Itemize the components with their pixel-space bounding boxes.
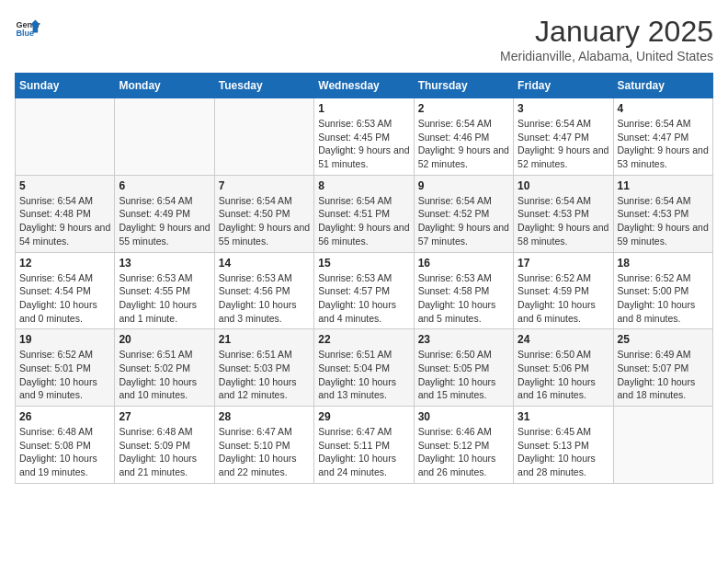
header: General Blue January 2025 Meridianville,… (15, 15, 713, 63)
day-info: Sunrise: 6:53 AM Sunset: 4:57 PM Dayligh… (318, 271, 409, 326)
day-cell: 5Sunrise: 6:54 AM Sunset: 4:48 PM Daylig… (16, 175, 115, 252)
day-cell: 10Sunrise: 6:54 AM Sunset: 4:53 PM Dayli… (514, 175, 613, 252)
week-row-1: 1Sunrise: 6:53 AM Sunset: 4:45 PM Daylig… (16, 98, 713, 176)
day-cell: 6Sunrise: 6:54 AM Sunset: 4:49 PM Daylig… (115, 175, 214, 252)
day-info: Sunrise: 6:51 AM Sunset: 5:03 PM Dayligh… (219, 348, 310, 402)
day-cell: 11Sunrise: 6:54 AM Sunset: 4:53 PM Dayli… (613, 175, 712, 252)
day-info: Sunrise: 6:51 AM Sunset: 5:02 PM Dayligh… (119, 348, 210, 402)
week-row-3: 12Sunrise: 6:54 AM Sunset: 4:54 PM Dayli… (16, 252, 713, 329)
weekday-header-saturday: Saturday (613, 74, 712, 98)
title-section: January 2025 Meridianville, Alabama, Uni… (500, 15, 713, 63)
day-info: Sunrise: 6:54 AM Sunset: 4:53 PM Dayligh… (618, 194, 709, 248)
day-info: Sunrise: 6:54 AM Sunset: 4:54 PM Dayligh… (19, 271, 110, 326)
day-info: Sunrise: 6:48 AM Sunset: 5:08 PM Dayligh… (19, 425, 110, 479)
weekday-header-tuesday: Tuesday (214, 74, 313, 98)
day-info: Sunrise: 6:54 AM Sunset: 4:49 PM Dayligh… (119, 194, 210, 248)
day-number: 31 (518, 410, 609, 423)
day-cell (115, 98, 214, 176)
day-number: 4 (618, 102, 709, 115)
day-number: 27 (119, 410, 210, 423)
day-cell: 26Sunrise: 6:48 AM Sunset: 5:08 PM Dayli… (16, 407, 115, 484)
week-row-4: 19Sunrise: 6:52 AM Sunset: 5:01 PM Dayli… (16, 329, 713, 407)
day-info: Sunrise: 6:54 AM Sunset: 4:48 PM Dayligh… (19, 194, 110, 248)
day-cell: 17Sunrise: 6:52 AM Sunset: 4:59 PM Dayli… (514, 252, 613, 329)
day-number: 18 (618, 257, 709, 270)
day-info: Sunrise: 6:47 AM Sunset: 5:10 PM Dayligh… (219, 425, 310, 479)
day-number: 12 (19, 257, 110, 270)
day-number: 13 (119, 257, 210, 270)
week-row-2: 5Sunrise: 6:54 AM Sunset: 4:48 PM Daylig… (16, 175, 713, 252)
day-cell: 27Sunrise: 6:48 AM Sunset: 5:09 PM Dayli… (115, 407, 214, 484)
day-number: 24 (518, 333, 609, 346)
day-info: Sunrise: 6:54 AM Sunset: 4:52 PM Dayligh… (418, 194, 509, 248)
day-number: 19 (19, 333, 110, 346)
day-number: 28 (219, 410, 310, 423)
week-row-5: 26Sunrise: 6:48 AM Sunset: 5:08 PM Dayli… (16, 407, 713, 484)
svg-text:Blue: Blue (16, 29, 34, 38)
day-cell (16, 98, 115, 176)
day-cell: 8Sunrise: 6:54 AM Sunset: 4:51 PM Daylig… (314, 175, 414, 252)
day-cell: 23Sunrise: 6:50 AM Sunset: 5:05 PM Dayli… (414, 329, 513, 407)
day-number: 21 (219, 333, 310, 346)
day-number: 7 (219, 179, 310, 192)
calendar-title: January 2025 (500, 15, 713, 49)
day-number: 5 (19, 179, 110, 192)
day-cell: 20Sunrise: 6:51 AM Sunset: 5:02 PM Dayli… (115, 329, 214, 407)
day-info: Sunrise: 6:52 AM Sunset: 4:59 PM Dayligh… (518, 271, 609, 326)
day-info: Sunrise: 6:54 AM Sunset: 4:53 PM Dayligh… (518, 194, 609, 248)
calendar-table: SundayMondayTuesdayWednesdayThursdayFrid… (15, 73, 713, 484)
day-info: Sunrise: 6:50 AM Sunset: 5:06 PM Dayligh… (518, 348, 609, 402)
day-number: 22 (318, 333, 409, 346)
day-info: Sunrise: 6:54 AM Sunset: 4:51 PM Dayligh… (318, 194, 409, 248)
day-number: 30 (418, 410, 509, 423)
day-cell: 21Sunrise: 6:51 AM Sunset: 5:03 PM Dayli… (214, 329, 313, 407)
day-info: Sunrise: 6:45 AM Sunset: 5:13 PM Dayligh… (518, 425, 609, 479)
day-number: 10 (518, 179, 609, 192)
day-info: Sunrise: 6:50 AM Sunset: 5:05 PM Dayligh… (418, 348, 509, 402)
day-info: Sunrise: 6:54 AM Sunset: 4:47 PM Dayligh… (618, 117, 709, 171)
day-cell: 19Sunrise: 6:52 AM Sunset: 5:01 PM Dayli… (16, 329, 115, 407)
day-number: 1 (318, 102, 409, 115)
day-cell: 29Sunrise: 6:47 AM Sunset: 5:11 PM Dayli… (314, 407, 414, 484)
logo-icon: General Blue (15, 15, 40, 40)
day-info: Sunrise: 6:53 AM Sunset: 4:58 PM Dayligh… (418, 271, 509, 326)
day-info: Sunrise: 6:46 AM Sunset: 5:12 PM Dayligh… (418, 425, 509, 479)
day-cell (613, 407, 712, 484)
day-number: 17 (518, 257, 609, 270)
day-number: 14 (219, 257, 310, 270)
day-number: 29 (318, 410, 409, 423)
day-info: Sunrise: 6:54 AM Sunset: 4:46 PM Dayligh… (418, 117, 509, 171)
day-number: 9 (418, 179, 509, 192)
day-info: Sunrise: 6:53 AM Sunset: 4:45 PM Dayligh… (318, 117, 409, 171)
logo: General Blue (15, 15, 40, 40)
day-info: Sunrise: 6:54 AM Sunset: 4:50 PM Dayligh… (219, 194, 310, 248)
day-cell: 9Sunrise: 6:54 AM Sunset: 4:52 PM Daylig… (414, 175, 513, 252)
day-number: 2 (418, 102, 509, 115)
day-cell: 15Sunrise: 6:53 AM Sunset: 4:57 PM Dayli… (314, 252, 414, 329)
day-cell: 28Sunrise: 6:47 AM Sunset: 5:10 PM Dayli… (214, 407, 313, 484)
day-cell: 12Sunrise: 6:54 AM Sunset: 4:54 PM Dayli… (16, 252, 115, 329)
day-number: 11 (618, 179, 709, 192)
day-cell: 2Sunrise: 6:54 AM Sunset: 4:46 PM Daylig… (414, 98, 513, 176)
day-info: Sunrise: 6:49 AM Sunset: 5:07 PM Dayligh… (618, 348, 709, 402)
day-cell: 3Sunrise: 6:54 AM Sunset: 4:47 PM Daylig… (514, 98, 613, 176)
calendar-subtitle: Meridianville, Alabama, United States (500, 49, 713, 63)
day-cell: 18Sunrise: 6:52 AM Sunset: 5:00 PM Dayli… (613, 252, 712, 329)
day-cell: 16Sunrise: 6:53 AM Sunset: 4:58 PM Dayli… (414, 252, 513, 329)
day-cell: 24Sunrise: 6:50 AM Sunset: 5:06 PM Dayli… (514, 329, 613, 407)
day-number: 25 (618, 333, 709, 346)
day-info: Sunrise: 6:52 AM Sunset: 5:00 PM Dayligh… (618, 271, 709, 326)
day-cell: 30Sunrise: 6:46 AM Sunset: 5:12 PM Dayli… (414, 407, 513, 484)
day-number: 3 (518, 102, 609, 115)
day-info: Sunrise: 6:54 AM Sunset: 4:47 PM Dayligh… (518, 117, 609, 171)
day-info: Sunrise: 6:48 AM Sunset: 5:09 PM Dayligh… (119, 425, 210, 479)
day-number: 8 (318, 179, 409, 192)
day-cell: 1Sunrise: 6:53 AM Sunset: 4:45 PM Daylig… (314, 98, 414, 176)
day-info: Sunrise: 6:52 AM Sunset: 5:01 PM Dayligh… (19, 348, 110, 402)
weekday-header-wednesday: Wednesday (314, 74, 414, 98)
day-number: 20 (119, 333, 210, 346)
day-number: 26 (19, 410, 110, 423)
day-cell: 4Sunrise: 6:54 AM Sunset: 4:47 PM Daylig… (613, 98, 712, 176)
day-cell: 13Sunrise: 6:53 AM Sunset: 4:55 PM Dayli… (115, 252, 214, 329)
weekday-header-monday: Monday (115, 74, 214, 98)
